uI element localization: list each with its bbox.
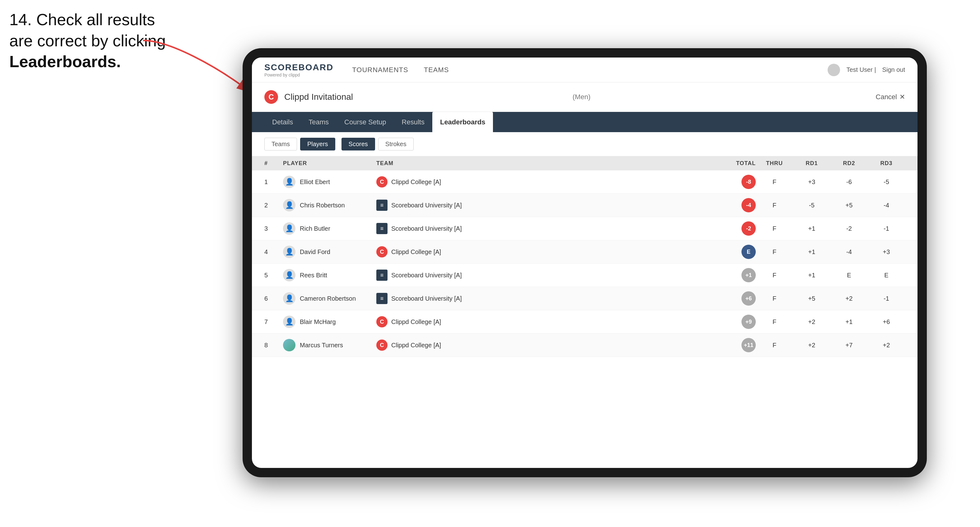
cell-rank: 6: [264, 295, 283, 302]
tournament-subtitle: (Men): [573, 93, 590, 101]
total-badge: +6: [741, 291, 756, 306]
filter-strokes[interactable]: Strokes: [378, 138, 414, 151]
tournament-header: C Clippd Invitational (Men) Cancel ✕: [252, 83, 918, 112]
cell-thru: F: [756, 318, 793, 325]
cell-total: -2: [718, 221, 756, 236]
cell-rd1: +2: [793, 342, 830, 349]
close-icon: ✕: [899, 93, 905, 101]
cell-rank: 2: [264, 202, 283, 209]
cell-rank: 8: [264, 342, 283, 349]
cell-total: +11: [718, 338, 756, 352]
cell-rd2: +1: [830, 318, 868, 325]
col-rd1: RD1: [793, 160, 830, 167]
team-logo-icon: C: [376, 246, 388, 257]
cell-thru: F: [756, 295, 793, 302]
nav-user: Test User |: [846, 66, 876, 73]
cell-player: 👤 Cameron Robertson: [283, 292, 376, 305]
table-row: 6 👤 Cameron Robertson ≡ Scoreboard Unive…: [252, 287, 918, 310]
filter-players[interactable]: Players: [300, 138, 335, 151]
top-nav: SCOREBOARD Powered by clippd TOURNAMENTS…: [252, 57, 918, 83]
col-thru: THRU: [756, 160, 793, 167]
instruction-bold: Leaderboards.: [10, 52, 121, 71]
cell-rank: 1: [264, 178, 283, 186]
cell-team: C Clippd College [A]: [376, 246, 718, 257]
logo-sub: Powered by clippd: [264, 73, 333, 78]
cell-team: ≡ Scoreboard University [A]: [376, 223, 718, 234]
cell-thru: F: [756, 202, 793, 209]
cell-team: ≡ Scoreboard University [A]: [376, 293, 718, 304]
cell-rd1: +1: [793, 225, 830, 232]
cell-team: ≡ Scoreboard University [A]: [376, 200, 718, 211]
cell-player: 👤 Blair McHarg: [283, 316, 376, 328]
nav-tournaments[interactable]: TOURNAMENTS: [352, 63, 408, 77]
tab-details[interactable]: Details: [264, 112, 301, 132]
cell-total: +9: [718, 315, 756, 329]
cell-rd3: -1: [868, 225, 905, 232]
cell-thru: F: [756, 248, 793, 256]
cell-rd3: -1: [868, 295, 905, 302]
cell-rd1: +2: [793, 318, 830, 325]
cell-rd2: -4: [830, 248, 868, 256]
instruction-line1: 14. Check all results: [10, 11, 155, 29]
filter-teams[interactable]: Teams: [264, 138, 297, 151]
cell-rank: 5: [264, 272, 283, 279]
team-logo-icon: ≡: [376, 293, 388, 304]
total-badge: -4: [741, 198, 756, 212]
team-logo-icon: ≡: [376, 223, 388, 234]
cell-team: C Clippd College [A]: [376, 316, 718, 327]
cell-rd2: E: [830, 272, 868, 279]
cell-rd2: -2: [830, 225, 868, 232]
cell-total: -4: [718, 198, 756, 212]
cell-thru: F: [756, 178, 793, 186]
cancel-label: Cancel: [876, 93, 897, 101]
table-row: 8 Marcus Turners C Clippd College [A] +1…: [252, 333, 918, 357]
cell-rd1: +1: [793, 272, 830, 279]
table-body: 1 👤 Elliot Ebert C Clippd College [A] -8…: [252, 170, 918, 468]
cell-rd3: +2: [868, 342, 905, 349]
cell-player: 👤 Rees Britt: [283, 269, 376, 281]
cell-rd2: +5: [830, 202, 868, 209]
logo-area: SCOREBOARD Powered by clippd: [264, 62, 333, 78]
team-logo-icon: ≡: [376, 270, 388, 281]
tab-bar: Details Teams Course Setup Results Leade…: [252, 112, 918, 132]
tab-leaderboards[interactable]: Leaderboards: [432, 112, 493, 132]
tournament-title: Clippd Invitational: [284, 92, 570, 102]
table-row: 1 👤 Elliot Ebert C Clippd College [A] -8…: [252, 170, 918, 194]
logo-text: SCOREBOARD: [264, 62, 333, 73]
cell-thru: F: [756, 272, 793, 279]
tab-teams[interactable]: Teams: [301, 112, 337, 132]
team-logo-icon: C: [376, 316, 388, 327]
tab-course-setup[interactable]: Course Setup: [337, 112, 394, 132]
cancel-button[interactable]: Cancel ✕: [876, 93, 905, 101]
nav-links: TOURNAMENTS TEAMS: [352, 63, 827, 77]
cell-team: C Clippd College [A]: [376, 340, 718, 351]
user-avatar: [827, 64, 840, 76]
cell-rd2: +2: [830, 295, 868, 302]
table-row: 3 👤 Rich Butler ≡ Scoreboard University …: [252, 217, 918, 240]
cell-total: -8: [718, 175, 756, 189]
cell-thru: F: [756, 225, 793, 232]
cell-player: 👤 David Ford: [283, 246, 376, 258]
filter-scores[interactable]: Scores: [342, 138, 375, 151]
nav-teams[interactable]: TEAMS: [424, 63, 449, 77]
cell-player: Marcus Turners: [283, 339, 376, 351]
cell-rd1: +3: [793, 178, 830, 186]
cell-team: ≡ Scoreboard University [A]: [376, 270, 718, 281]
cell-player: 👤 Chris Robertson: [283, 199, 376, 211]
nav-signout[interactable]: Sign out: [882, 66, 905, 73]
cell-total: E: [718, 245, 756, 259]
cell-rd3: +6: [868, 318, 905, 325]
col-total: TOTAL: [718, 160, 756, 167]
team-logo-icon: C: [376, 176, 388, 187]
col-rank: #: [264, 160, 283, 167]
team-logo-icon: C: [376, 340, 388, 351]
col-team: TEAM: [376, 160, 718, 167]
instruction-line2: are correct by clicking: [10, 32, 166, 50]
tablet-screen: SCOREBOARD Powered by clippd TOURNAMENTS…: [252, 57, 918, 468]
table-row: 2 👤 Chris Robertson ≡ Scoreboard Univers…: [252, 194, 918, 217]
total-badge: +11: [741, 338, 756, 352]
table-row: 7 👤 Blair McHarg C Clippd College [A] +9…: [252, 310, 918, 333]
total-badge: +1: [741, 268, 756, 282]
cell-rank: 7: [264, 318, 283, 325]
tab-results[interactable]: Results: [394, 112, 432, 132]
